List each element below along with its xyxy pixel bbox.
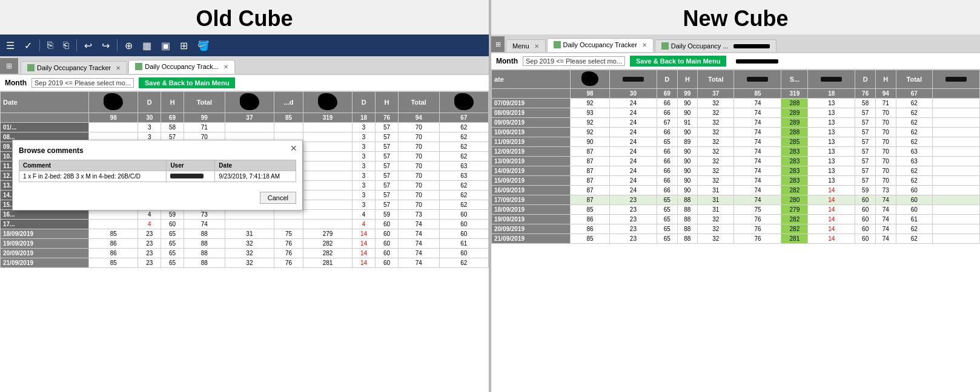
col-scribble-3 (821, 77, 842, 82)
table-row: 18/09/2019 85236588317527914607460 (1, 229, 489, 239)
right-tab-3-scribble (733, 44, 770, 48)
left-table-area: Date D H Total ...d D H Total 98 30 (0, 91, 489, 392)
left-month-label: Month (5, 79, 27, 87)
right-tab-menu-close[interactable]: ✕ (534, 43, 539, 50)
rv-67: 67 (896, 89, 932, 99)
comments-table: Comment User Date 1 x F in 2-bed: 28B 3 … (19, 160, 296, 182)
dialog-close-icon[interactable]: ✕ (290, 143, 297, 153)
rv-extra (932, 89, 979, 99)
table-row: 11/09/201990246589327428513577062 (492, 137, 980, 147)
lv-94: 94 (398, 113, 439, 123)
lh-total2: Total (398, 92, 439, 113)
left-col-date-header: Date (1, 92, 89, 113)
cancel-button[interactable]: Cancel (260, 192, 296, 204)
right-tab-daily-close[interactable]: ✕ (642, 42, 647, 48)
table-row: 16... 459734597360 (1, 210, 489, 220)
right-tab-3[interactable]: Daily Occupancy ... (655, 39, 776, 52)
comment-user (167, 171, 215, 182)
copy-icon[interactable]: ⎘ (45, 39, 56, 52)
left-tab-1-close[interactable]: ✕ (116, 65, 121, 71)
paste-icon[interactable]: ⎗ (61, 39, 71, 52)
rh-d1: D (657, 70, 677, 89)
rv-319: 319 (781, 89, 808, 99)
lv-99: 99 (184, 113, 225, 123)
comment-text: 1 x F in 2-bed: 28B 3 x M in 4-bed: 26B/… (19, 171, 167, 182)
lv-18: 18 (353, 113, 376, 123)
table-row: 17/09/201987236588317428014607460 (492, 195, 980, 205)
left-tab-2[interactable]: Daily Occupancy Track... ✕ (128, 60, 235, 74)
right-month-bar: Month Sep 2019 <= Please select mo... Sa… (491, 53, 980, 70)
lh-total1: Total (184, 92, 225, 113)
table-icon[interactable]: ▣ (159, 39, 173, 53)
left-tab-1[interactable]: Daily Occupancy Tracker ✕ (21, 61, 127, 74)
table-row: 21/09/201985236588327628114607462 (492, 234, 980, 244)
rh-col-last (932, 70, 979, 89)
rh-d2: D (855, 70, 876, 89)
right-tab-menu[interactable]: Menu ✕ (506, 39, 546, 52)
browse-comments-dialog: Browse comments ✕ Comment User Date 1 x … (12, 140, 303, 211)
col-scribble-4 (945, 77, 967, 82)
rh-scrib1 (609, 70, 657, 89)
lh-col3: ...d (274, 92, 303, 113)
rv-85: 85 (734, 89, 781, 99)
redo-icon[interactable]: ↪ (99, 39, 112, 53)
bucket-icon[interactable]: 🪣 (195, 39, 212, 53)
undo-icon[interactable]: ↩ (82, 39, 94, 53)
right-table-area: ate D H Total S... D H Total 98 (491, 70, 980, 392)
table-row: 20/09/201986236588327628214607462 (492, 224, 980, 234)
user-col-header: User (167, 160, 215, 171)
lh-col1 (89, 92, 138, 113)
table-row: 16/09/201987246690317428214597360 (492, 186, 980, 195)
rv-99: 99 (677, 89, 698, 99)
table-row: 15/09/201987246690327428313577062 (492, 176, 980, 186)
add-icon[interactable]: ⊕ (122, 39, 135, 53)
toolbar-sep-3 (117, 39, 118, 51)
right-tab-3-label: Daily Occupancy ... (671, 42, 729, 50)
rh-total1: Total (698, 70, 734, 89)
left-month-value[interactable]: Sep 2019 <= Please select mo... (31, 78, 134, 88)
right-tab-daily[interactable]: Daily Occupancy Tracker ✕ (547, 38, 654, 52)
lh-d1: D (138, 92, 161, 113)
col-scribble-2 (747, 77, 768, 82)
lh-h2: H (376, 92, 399, 113)
rh-scrib2 (734, 70, 781, 89)
table-row: 08/09/201993246690327428913577062 (492, 108, 980, 118)
right-month-value[interactable]: Sep 2019 <= Please select mo... (523, 56, 625, 66)
table-row: 19/09/2019 86236588327628214607461 (1, 239, 489, 249)
grid-icon[interactable]: ▦ (140, 39, 154, 53)
rv-76: 76 (855, 89, 876, 99)
table-row: 18/09/201985236588317527914607460 (492, 205, 980, 215)
table-row: 09/09/201992246791327428913577062 (492, 118, 980, 128)
lh-h1: H (161, 92, 184, 113)
rv-98: 98 (570, 89, 609, 99)
check-icon[interactable]: ✓ (22, 39, 35, 53)
rv-69: 69 (657, 89, 677, 99)
right-save-button[interactable]: Save & Back to Main Menu (630, 56, 726, 67)
menu-icon[interactable]: ☰ (4, 39, 17, 53)
table-row: 12/09/201987246690327428313577063 (492, 147, 980, 157)
left-panel-title: Old Cube (0, 0, 489, 34)
left-tab-1-label: Daily Occupancy Tracker (37, 64, 111, 71)
table-row: 14/09/201987246690327428313577062 (492, 166, 980, 176)
tab-2-icon (135, 63, 142, 70)
right-data-table: ate D H Total S... D H Total 98 (491, 70, 980, 244)
left-tab-icon: ⊞ (0, 58, 18, 74)
lv-76: 76 (376, 113, 399, 123)
tab-1-icon (27, 64, 35, 71)
right-tab-3-icon (661, 42, 669, 50)
right-tab-daily-label: Daily Occupancy Tracker (563, 41, 637, 48)
insert-icon[interactable]: ⊞ (177, 39, 190, 53)
left-tab-2-close[interactable]: ✕ (223, 64, 228, 70)
right-tab-bar: ⊞ Menu ✕ Daily Occupancy Tracker ✕ Daily… (491, 34, 980, 53)
lv-98: 98 (89, 113, 138, 123)
right-tab-menu-label: Menu (512, 42, 529, 50)
table-row: 17... 460744607460 (1, 220, 489, 229)
rh-col1 (570, 70, 609, 89)
rh-total2: Total (896, 70, 932, 89)
left-totals-label (1, 113, 89, 123)
user-scribble (170, 174, 204, 178)
lh-col5 (439, 92, 488, 113)
left-save-button[interactable]: Save & Back to Main Menu (139, 77, 235, 88)
left-panel: Old Cube ☰ ✓ ⎘ ⎗ ↩ ↪ ⊕ ▦ ▣ ⊞ 🪣 ⊞ Daily O… (0, 0, 489, 392)
left-month-bar: Month Sep 2019 <= Please select mo... Sa… (0, 75, 489, 91)
